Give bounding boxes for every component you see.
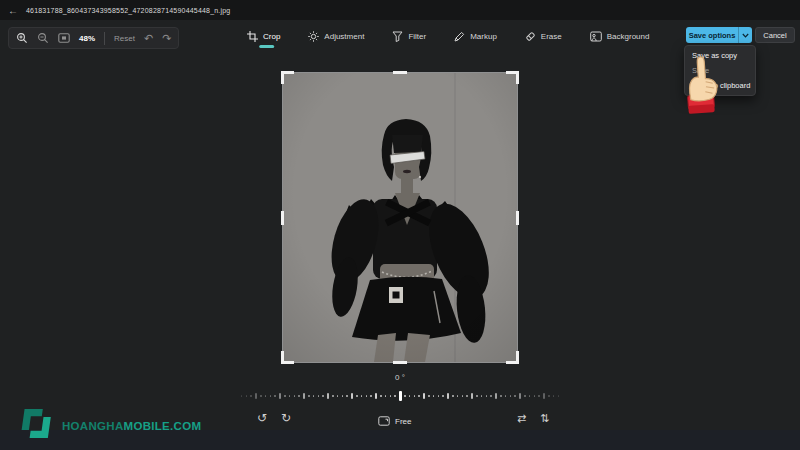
tab-filter[interactable]: Filter <box>391 29 427 46</box>
titlebar: ← 461831788_860437343958552_472082871459… <box>0 0 800 20</box>
ruler-tick <box>279 393 281 400</box>
tab-markup[interactable]: Markup <box>453 29 498 46</box>
crop-handle-top-right[interactable] <box>516 71 519 84</box>
crop-handle-bottom-right[interactable] <box>516 351 519 364</box>
ruler-tick <box>548 395 550 397</box>
active-tab-underline <box>259 45 274 48</box>
menu-item-save[interactable]: Save <box>685 63 755 78</box>
back-button[interactable]: ← <box>0 5 26 16</box>
zoom-in-icon[interactable] <box>16 32 28 44</box>
aspect-ratio-icon <box>378 412 390 430</box>
rotation-ruler[interactable] <box>250 389 550 403</box>
ruler-tick <box>356 395 358 397</box>
crop-handle-top[interactable] <box>393 71 407 74</box>
tab-label: Erase <box>541 32 562 41</box>
ruler-tick <box>409 395 411 397</box>
ruler-tick <box>351 393 353 400</box>
ruler-tick <box>486 395 488 397</box>
tab-label: Adjustment <box>324 32 364 41</box>
fit-to-window-icon[interactable] <box>58 33 70 43</box>
ruler-tick <box>399 391 402 401</box>
hoangha-logo-icon <box>14 406 56 445</box>
zoom-out-icon[interactable] <box>37 32 49 44</box>
crop-canvas[interactable] <box>283 73 517 362</box>
ruler-tick <box>274 395 276 397</box>
tab-adjustment[interactable]: Adjustment <box>307 29 365 46</box>
zoom-toolbar: 48% Reset ↶ ↷ <box>8 27 179 49</box>
crop-handle-right[interactable] <box>516 211 519 225</box>
ruler-tick <box>337 395 339 397</box>
ruler-tick <box>322 395 324 397</box>
ruler-tick <box>505 395 507 397</box>
ruler-tick <box>394 395 396 397</box>
crop-handle-bottom-left[interactable] <box>281 351 284 364</box>
watermark-name-bold: MOBILE.COM <box>124 420 202 432</box>
ruler-tick <box>270 395 272 397</box>
crop-handle-left[interactable] <box>281 211 284 225</box>
rotate-right-icon[interactable]: ↻ <box>281 411 291 425</box>
tab-label: Background <box>607 32 650 41</box>
ruler-tick <box>303 393 305 400</box>
ruler-tick <box>308 395 310 397</box>
ruler-tick <box>433 395 435 397</box>
tab-background[interactable]: Background <box>589 29 651 46</box>
ruler-tick <box>385 395 387 397</box>
ruler-tick <box>476 395 478 397</box>
ruler-tick <box>250 395 252 397</box>
ruler-tick <box>284 395 286 397</box>
filename-label: 461831788_860437343958552_47208287145904… <box>26 7 230 14</box>
menu-item-copy-to-clipboard[interactable]: Copy to clipboard <box>685 78 755 93</box>
ruler-tick <box>346 395 348 397</box>
aspect-ratio-value: Free <box>395 417 411 426</box>
ruler-tick <box>327 393 329 400</box>
flip-horizontal-icon[interactable]: ⇄ <box>517 412 526 425</box>
save-options-label: Save options <box>686 31 738 40</box>
filter-icon <box>392 31 403 42</box>
save-options-button[interactable]: Save options <box>686 27 752 43</box>
ruler-tick <box>447 393 449 400</box>
menu-item-save-as-copy[interactable]: Save as copy <box>685 48 755 63</box>
ruler-tick <box>553 395 555 397</box>
markup-pen-icon <box>454 31 465 42</box>
ruler-tick <box>375 393 377 400</box>
ruler-tick <box>442 395 444 397</box>
crop-handle-top-left[interactable] <box>281 71 284 84</box>
ruler-tick <box>390 395 392 397</box>
ruler-tick <box>294 395 296 397</box>
flip-vertical-icon[interactable]: ⇅ <box>540 412 549 425</box>
ruler-tick <box>514 395 516 397</box>
tab-label: Filter <box>408 32 426 41</box>
zoom-level-value: 48% <box>79 34 95 43</box>
ruler-tick <box>529 395 531 397</box>
aspect-ratio-button[interactable]: Free <box>378 412 411 430</box>
cancel-button[interactable]: Cancel <box>755 27 795 43</box>
ruler-tick <box>423 393 425 400</box>
ruler-tick <box>466 395 468 397</box>
cancel-label: Cancel <box>763 31 786 40</box>
ruler-tick <box>265 395 267 397</box>
photo-image <box>283 73 517 362</box>
reset-button[interactable]: Reset <box>114 34 135 43</box>
ruler-tick <box>289 395 291 397</box>
toolbar-divider <box>104 32 105 45</box>
redo-icon[interactable]: ↷ <box>162 32 171 45</box>
undo-icon[interactable]: ↶ <box>144 32 153 45</box>
chevron-down-icon[interactable] <box>738 27 752 43</box>
tab-erase[interactable]: Erase <box>524 29 563 46</box>
eraser-icon <box>525 31 536 42</box>
ruler-tick <box>490 395 492 397</box>
tab-crop[interactable]: Crop <box>246 29 281 46</box>
crop-handle-bottom[interactable] <box>393 361 407 364</box>
background-person-icon <box>590 31 602 42</box>
ruler-tick <box>428 395 430 397</box>
ruler-tick <box>342 395 344 397</box>
ruler-tick <box>519 393 521 400</box>
ruler-tick <box>370 395 372 397</box>
ruler-tick <box>414 395 416 397</box>
rotate-left-icon[interactable]: ↺ <box>257 411 267 425</box>
save-options-menu: Save as copy Save Copy to clipboard <box>684 45 756 96</box>
ruler-tick <box>538 395 540 397</box>
ruler-tick <box>524 395 526 397</box>
back-arrow-icon: ← <box>8 5 18 16</box>
ruler-tick <box>558 395 560 397</box>
